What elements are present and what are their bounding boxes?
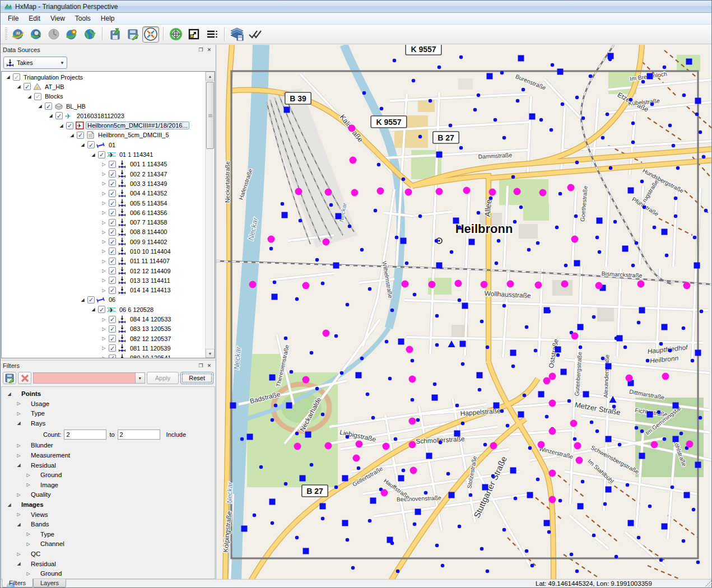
tree-row-080-10-120541[interactable]: ▷✓080 10 120541 — [2, 353, 205, 358]
history-globe-button[interactable] — [45, 26, 62, 43]
expand-icon[interactable]: ▷ — [101, 317, 107, 322]
tie-point-dot[interactable] — [477, 94, 481, 97]
tree-row-label[interactable]: 06 6 120528 — [118, 306, 155, 314]
tree-row-label[interactable]: Heilbronn_5cm_DMCIII_5 — [96, 131, 171, 139]
double-check-button[interactable] — [246, 26, 263, 43]
image-center-square[interactable] — [284, 107, 290, 113]
image-center-square[interactable] — [518, 55, 524, 62]
collapse-icon[interactable]: ◢ — [26, 94, 32, 99]
image-center-square[interactable] — [694, 263, 700, 269]
tree-row-001-1-114345[interactable]: ▷✓001 1 114345 — [2, 160, 205, 169]
tie-point-dot[interactable] — [674, 214, 678, 218]
rays-count-to-input[interactable] — [118, 430, 160, 440]
image-center-square[interactable] — [336, 213, 342, 220]
tree-row-label[interactable]: 081 11 120539 — [128, 344, 173, 352]
tie-point-dot[interactable] — [665, 254, 669, 258]
tie-point-dot[interactable] — [525, 325, 529, 329]
tie-point-dot[interactable] — [691, 359, 695, 363]
expand-icon[interactable]: ▷ — [25, 482, 31, 487]
image-center-square[interactable] — [303, 548, 309, 554]
tie-point-dot[interactable] — [281, 202, 285, 206]
image-center-square[interactable] — [342, 475, 348, 482]
tie-point-dot[interactable] — [441, 564, 445, 568]
tie-point-dot[interactable] — [315, 387, 319, 391]
tie-point-dot[interactable] — [360, 248, 364, 252]
tie-point-dot[interactable] — [390, 309, 394, 312]
tie-point-dot[interactable] — [650, 102, 654, 106]
tree-row-01-1-114341[interactable]: ◢✓✈01 1 114341 — [2, 150, 205, 159]
tab-layers[interactable]: Layers — [33, 579, 66, 587]
tie-point-dot[interactable] — [564, 264, 568, 268]
tie-point-dot[interactable] — [402, 178, 406, 181]
tie-point-dot[interactable] — [590, 421, 594, 424]
expand-icon[interactable]: ▷ — [101, 249, 107, 254]
tie-point-dot[interactable] — [477, 211, 481, 215]
expand-icon[interactable]: ▷ — [101, 181, 107, 186]
control-point-circle[interactable] — [576, 457, 583, 464]
image-center-square[interactable] — [370, 498, 376, 504]
search-globe-button[interactable] — [27, 26, 44, 43]
tie-point-dot[interactable] — [478, 388, 482, 392]
control-point-circle[interactable] — [303, 282, 310, 290]
image-center-square[interactable] — [639, 453, 645, 459]
reset-button[interactable]: Reset — [180, 372, 213, 384]
tie-point-dot[interactable] — [555, 226, 559, 230]
resize-grip[interactable] — [705, 580, 711, 587]
collapse-icon[interactable]: ◢ — [6, 502, 12, 507]
tie-point-dot[interactable] — [368, 287, 372, 291]
image-center-square[interactable] — [695, 462, 701, 468]
tie-point-dot[interactable] — [513, 220, 517, 224]
collapse-icon[interactable]: ◢ — [16, 421, 22, 426]
checkbox[interactable]: ✓ — [109, 170, 116, 178]
tie-point-dot[interactable] — [321, 413, 325, 417]
tie-point-dot[interactable] — [495, 262, 499, 265]
tree-row-triangulation-projects[interactable]: ◢✓Triangulation Projects — [2, 72, 205, 82]
tie-point-dot[interactable] — [570, 553, 574, 557]
tie-point-dot[interactable] — [480, 547, 484, 551]
control-point-circle[interactable] — [686, 441, 694, 448]
tie-point-dot[interactable] — [497, 239, 501, 243]
menu-item-edit[interactable]: Edit — [24, 13, 45, 24]
expand-icon[interactable]: ▷ — [101, 230, 107, 235]
tie-point-dot[interactable] — [672, 144, 676, 148]
filter-dropdown-arrow-icon[interactable]: ▼ — [135, 373, 145, 383]
tie-point-dot[interactable] — [486, 346, 490, 349]
save-edit-button[interactable] — [124, 26, 141, 43]
control-point-circle[interactable] — [383, 443, 390, 450]
tie-point-dot[interactable] — [511, 365, 515, 368]
tie-point-dot[interactable] — [581, 116, 585, 120]
tie-point-dot[interactable] — [514, 497, 518, 501]
tree-row-label[interactable]: 014 14 114413 — [128, 286, 173, 294]
tie-point-dot[interactable] — [668, 124, 672, 128]
tie-point-dot[interactable] — [579, 346, 583, 349]
tree-row-label[interactable]: 006 6 114356 — [128, 209, 169, 217]
image-center-square[interactable] — [510, 350, 516, 356]
expand-icon[interactable]: ▷ — [101, 210, 107, 215]
image-center-square[interactable] — [608, 53, 614, 59]
tree-row-label[interactable]: Triangulation Projects — [22, 73, 85, 81]
tie-point-dot[interactable] — [459, 146, 463, 150]
checkbox[interactable]: ✓ — [109, 258, 116, 265]
filter-row-qc[interactable]: ▷QC — [2, 549, 215, 559]
tie-point-dot[interactable] — [680, 432, 683, 436]
expand-icon[interactable]: ▷ — [101, 336, 107, 341]
tie-point-dot[interactable] — [486, 570, 490, 573]
tie-point-dot[interactable] — [595, 236, 599, 240]
image-center-square[interactable] — [684, 492, 690, 498]
tie-point-dot[interactable] — [483, 443, 487, 447]
tie-point-dot[interactable] — [527, 248, 531, 252]
tie-point-dot[interactable] — [523, 394, 527, 398]
control-point-circle[interactable] — [353, 455, 360, 462]
tie-point-dot[interactable] — [315, 258, 319, 262]
checkbox[interactable]: ✓ — [34, 93, 41, 100]
tie-point-dot[interactable] — [357, 466, 361, 470]
tie-point-dot[interactable] — [631, 264, 635, 268]
tree-row-label[interactable]: 001 1 114345 — [128, 160, 169, 168]
tie-point-dot[interactable] — [439, 441, 443, 445]
checkbox[interactable]: ✓ — [109, 219, 116, 226]
tie-point-dot[interactable] — [559, 192, 562, 196]
tie-point-dot[interactable] — [366, 393, 370, 396]
image-center-square[interactable] — [578, 324, 584, 330]
tree-row-label[interactable]: AT_HB — [43, 83, 66, 91]
expand-icon[interactable]: ▷ — [16, 411, 22, 416]
